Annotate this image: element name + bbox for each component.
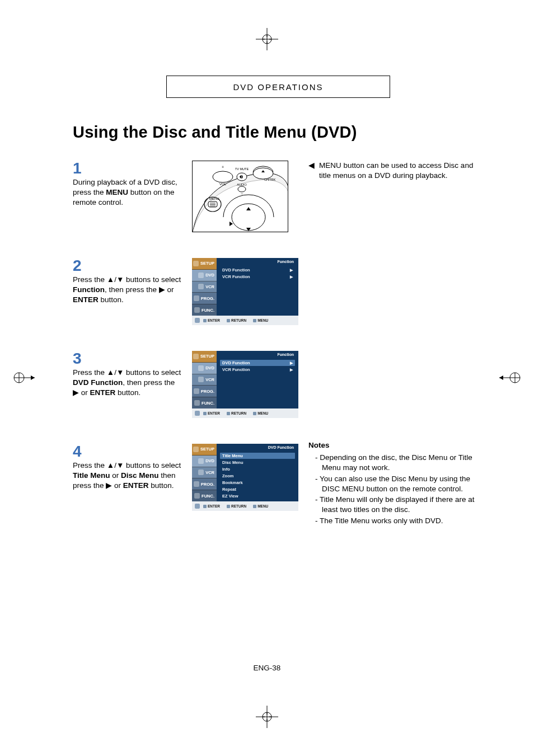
osd-tab-func: FUNC. [192, 490, 217, 501]
osd-tab-icon [194, 481, 199, 487]
osd2-footer: ENTER RETURN MENU [192, 316, 298, 325]
osd-tab-label: DVD [205, 365, 214, 370]
osd-item-label: VCR Function [222, 367, 250, 372]
osd2-footer-icon [195, 318, 200, 323]
page-title: Using the Disc and Title Menu (DVD) [73, 123, 484, 142]
osd-item-label: Info [222, 467, 230, 472]
osd-tab-icon [194, 400, 200, 406]
page-footer: ENG-38 [0, 664, 534, 672]
osd-tab-label: PROG. [201, 482, 214, 487]
osd-tab-label: SETUP [200, 261, 214, 266]
osd-item: Zoom [220, 473, 295, 479]
svg-marker-21 [499, 375, 503, 380]
osd3-footer-enter: ENTER [203, 411, 220, 415]
crop-mark-bottom [256, 706, 278, 728]
osd2-footer-enter: ENTER [203, 318, 220, 322]
osd-tab-label: DVD [205, 273, 214, 278]
osd4-footer-icon [195, 504, 200, 509]
note-item: The Title Menu works only with DVD. [308, 516, 484, 526]
osd-item-label: Disc Menu [222, 460, 243, 465]
osd-item: VCR Function▶ [220, 367, 295, 373]
osd-tab-label: SETUP [200, 354, 214, 359]
osd-tab-prog: PROG. [192, 478, 217, 490]
remote-illustration: + VOL TV MUTE CH/TRK AUDIO − M [192, 161, 288, 232]
osd-screenshot-3: SETUPDVDVCRPROG.FUNC. Function DVD Funct… [192, 351, 298, 418]
osd-tab-icon [194, 295, 199, 301]
step-4-number: 4 [73, 444, 182, 459]
osd-tab-prog: PROG. [192, 293, 217, 304]
step-3-number: 3 [73, 351, 182, 367]
osd-item: VCR Function▶ [220, 274, 295, 280]
osd3-footer: ENTER RETURN MENU [192, 408, 298, 418]
step-2-text: Press the ▲/▼ buttons to select Function… [73, 275, 182, 306]
svg-rect-27 [208, 201, 217, 207]
osd4-footer-enter: ENTER [203, 504, 220, 508]
osd-tab-setup: SETUP [192, 444, 217, 456]
osd-tab-icon [198, 377, 204, 382]
osd2-tabs: SETUPDVDVCRPROG.FUNC. [192, 258, 217, 316]
side-note-text: MENU button can be used to access Disc a… [319, 161, 484, 181]
osd2-title: Function [277, 260, 294, 264]
step-3-row: 3 Press the ▲/▼ buttons to select DVD Fu… [73, 351, 484, 418]
osd-item-label: EZ View [222, 494, 238, 499]
osd-tab-label: PROG. [201, 296, 214, 301]
note-item: Title Menu will only be displayed if the… [308, 495, 484, 515]
osd-tab-setup: SETUP [192, 351, 217, 363]
note-item: You can also use the Disc Menu by using … [308, 474, 484, 494]
osd-item: Disc Menu [220, 459, 295, 466]
step-3-text: Press the ▲/▼ buttons to select DVD Func… [73, 368, 182, 398]
osd-tab-icon [193, 447, 199, 452]
osd-tab-func: FUNC. [192, 304, 217, 316]
osd-tab-dvd: DVD [192, 456, 217, 467]
osd-tab-setup: SETUP [192, 258, 217, 270]
notes-block: Notes Depending on the disc, the Disc Me… [308, 440, 484, 527]
crop-arrow-right [499, 369, 522, 388]
step-4-row: 4 Press the ▲/▼ buttons to select Title … [73, 444, 484, 527]
osd-item: Repeat [220, 486, 295, 492]
note-item: Depending on the disc, the Disc Menu or … [308, 453, 484, 473]
remote-plus-label: + [222, 165, 224, 169]
osd2-list: DVD Function▶VCR Function▶ [220, 267, 295, 280]
osd2-footer-menu: MENU [253, 318, 268, 322]
chevron-right-icon: ▶ [290, 368, 293, 372]
osd-tab-icon [194, 388, 199, 394]
osd-item-label: DVD Function [222, 267, 250, 273]
notes-heading: Notes [308, 440, 484, 450]
osd-screenshot-4: SETUPDVDVCRPROG.FUNC. DVD Function Title… [192, 444, 298, 511]
osd-tab-label: FUNC. [202, 308, 214, 313]
remote-vol-label: VOL [219, 182, 227, 186]
osd3-list: DVD Function▶VCR Function▶ [220, 360, 295, 373]
chevron-right-icon: ▶ [290, 361, 293, 365]
osd-tab-label: VCR [205, 377, 214, 382]
crop-arrow-left [12, 369, 35, 388]
osd-tab-func: FUNC. [192, 397, 217, 408]
osd4-tabs: SETUPDVDVCRPROG.FUNC. [192, 444, 217, 501]
osd4-list: Title MenuDisc MenuInfoZoomBookmarkRepea… [220, 453, 295, 499]
section-header: DVD OPERATIONS [166, 76, 390, 98]
osd-item: Title Menu [220, 453, 295, 459]
osd-tab-icon [198, 469, 204, 475]
svg-marker-17 [31, 375, 35, 380]
osd-item-label: Repeat [222, 487, 236, 492]
osd-item: EZ View [220, 493, 295, 499]
osd-item-label: DVD Function [222, 360, 250, 365]
osd-tab-vcr: VCR [192, 467, 217, 479]
osd-item-label: Bookmark [222, 480, 243, 485]
svg-point-24 [253, 168, 273, 179]
osd4-footer-return: RETURN [227, 504, 246, 508]
notes-list: Depending on the disc, the Disc Menu or … [308, 453, 484, 526]
pointer-left-icon: ◀ [308, 161, 315, 181]
remote-tvmute-label: TV MUTE [235, 167, 249, 171]
osd3-footer-return: RETURN [227, 411, 246, 415]
svg-point-26 [238, 186, 246, 192]
osd-tab-icon [198, 458, 204, 464]
osd4-footer-menu: MENU [253, 504, 268, 508]
chevron-right-icon: ▶ [290, 268, 293, 273]
osd-tab-icon [198, 284, 204, 289]
osd-screenshot-2: SETUPDVDVCRPROG.FUNC. Function DVD Funct… [192, 258, 298, 325]
osd4-footer: ENTER RETURN MENU [192, 501, 298, 511]
osd-tab-label: SETUP [200, 447, 214, 452]
osd-item-label: Title Menu [222, 453, 243, 458]
crop-mark-top [256, 28, 278, 50]
osd-item-label: Zoom [222, 473, 233, 478]
